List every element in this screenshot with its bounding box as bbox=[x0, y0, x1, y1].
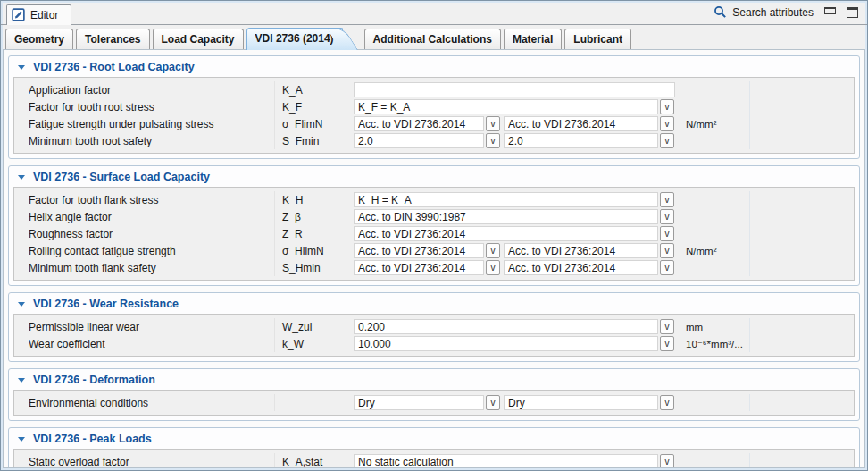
own-input-checkbox-button[interactable]: v bbox=[660, 243, 674, 258]
value-fields: vv bbox=[354, 243, 679, 258]
symbol-label: S_Hmin bbox=[275, 262, 354, 274]
value-input[interactable] bbox=[354, 454, 658, 468]
tab-geometry[interactable]: Geometry bbox=[5, 29, 73, 49]
attribute-row: Fatigue strength under pulsating stressσ… bbox=[14, 115, 854, 132]
tab-load-capacity[interactable]: Load Capacity bbox=[153, 29, 244, 49]
value-input[interactable] bbox=[504, 260, 658, 275]
section-title: VDI 2736 - Deformation bbox=[33, 374, 155, 386]
section-header[interactable]: VDI 2736 - Root Load Capacity bbox=[9, 56, 859, 77]
symbol-label: S_Fmin bbox=[275, 135, 354, 147]
value-input[interactable] bbox=[354, 243, 484, 258]
section-group: VDI 2736 - DeformationEnvironmental cond… bbox=[8, 368, 860, 421]
own-input-checkbox-button[interactable]: v bbox=[660, 133, 674, 148]
own-input-checkbox-button[interactable]: v bbox=[660, 192, 674, 207]
symbol-label: σ_FlimN bbox=[275, 118, 354, 130]
own-input-checkbox-button[interactable]: v bbox=[660, 454, 674, 468]
symbol-label: K_A bbox=[275, 84, 354, 97]
own-input-checkbox-button[interactable]: v bbox=[660, 319, 674, 334]
collapse-triangle-icon[interactable] bbox=[18, 378, 25, 383]
row-label: Helix angle factor bbox=[29, 208, 275, 225]
unit-label bbox=[679, 453, 750, 468]
row-label: Fatigue strength under pulsating stress bbox=[29, 115, 275, 132]
value-input[interactable] bbox=[354, 260, 484, 275]
section-body: Application factorK_AFactor for tooth ro… bbox=[13, 77, 855, 154]
titlebar-controls: Search attributes bbox=[714, 5, 858, 24]
own-input-checkbox-button[interactable]: v bbox=[486, 395, 500, 410]
own-input-checkbox-button[interactable]: v bbox=[486, 133, 500, 148]
row-label: Minimum tooth root safety bbox=[29, 132, 275, 149]
search-attributes-control[interactable]: Search attributes bbox=[714, 5, 814, 19]
unit-label bbox=[679, 208, 750, 225]
section-title: VDI 2736 - Peak Loads bbox=[33, 433, 152, 445]
value-input[interactable] bbox=[504, 243, 658, 258]
symbol-label: W_zul bbox=[275, 321, 354, 333]
value-fields: v bbox=[354, 192, 679, 207]
value-input[interactable] bbox=[354, 82, 675, 97]
section-body: Static overload factorK_A,statv bbox=[13, 449, 855, 468]
value-input[interactable] bbox=[354, 209, 658, 224]
collapse-triangle-icon[interactable] bbox=[18, 437, 25, 442]
row-label: Factor for tooth flank stress bbox=[29, 191, 275, 208]
value-fields bbox=[354, 82, 679, 97]
unit-label: N/mm² bbox=[679, 115, 750, 132]
tab-lubricant[interactable]: Lubricant bbox=[564, 29, 631, 49]
value-input[interactable] bbox=[354, 395, 484, 410]
value-input[interactable] bbox=[354, 116, 484, 131]
value-input[interactable] bbox=[504, 133, 658, 148]
own-input-checkbox-button[interactable]: v bbox=[660, 395, 674, 410]
float-panel-icon[interactable] bbox=[824, 7, 836, 14]
value-input[interactable] bbox=[354, 319, 658, 334]
value-fields: v bbox=[354, 226, 679, 241]
section-body: Permissible linear wearW_zulvmmWear coef… bbox=[13, 314, 855, 357]
editor-tab[interactable]: Editor bbox=[6, 4, 71, 25]
tab-vdi-2736-2014[interactable]: VDI 2736 (2014) bbox=[246, 28, 343, 50]
symbol-label: K_H bbox=[275, 194, 354, 206]
attribute-row: Factor for tooth root stressK_Fv bbox=[14, 98, 854, 115]
value-input[interactable] bbox=[504, 116, 658, 131]
unit-label bbox=[679, 81, 750, 98]
value-fields: v bbox=[354, 319, 679, 334]
section-group: VDI 2736 - Root Load CapacityApplication… bbox=[8, 55, 860, 159]
own-input-checkbox-button[interactable]: v bbox=[660, 116, 674, 131]
section-header[interactable]: VDI 2736 - Wear Resistance bbox=[9, 293, 859, 314]
section-group: VDI 2736 - Wear ResistancePermissible li… bbox=[8, 292, 860, 362]
own-input-checkbox-button[interactable]: v bbox=[660, 99, 674, 114]
section-header[interactable]: VDI 2736 - Deformation bbox=[9, 369, 859, 390]
collapse-triangle-icon[interactable] bbox=[18, 302, 25, 307]
tab-additional-calculations[interactable]: Additional Calculations bbox=[364, 29, 501, 49]
own-input-checkbox-button[interactable]: v bbox=[660, 260, 674, 275]
tab-material[interactable]: Material bbox=[504, 29, 562, 49]
row-label: Permissible linear wear bbox=[29, 318, 275, 335]
maximize-panel-icon[interactable] bbox=[847, 7, 858, 18]
own-input-checkbox-button[interactable]: v bbox=[660, 209, 674, 224]
own-input-checkbox-button[interactable]: v bbox=[486, 243, 500, 258]
section-header[interactable]: VDI 2736 - Surface Load Capacity bbox=[9, 166, 859, 187]
own-input-checkbox-button[interactable]: v bbox=[660, 336, 674, 351]
unit-label: mm bbox=[679, 318, 750, 335]
tab-strip: GeometryTolerancesLoad CapacityVDI 2736 … bbox=[1, 25, 867, 49]
value-input[interactable] bbox=[354, 192, 658, 207]
value-input[interactable] bbox=[354, 133, 484, 148]
row-label: Roughness factor bbox=[29, 225, 275, 242]
symbol-label: σ_HlimN bbox=[275, 245, 354, 257]
section-header[interactable]: VDI 2736 - Peak Loads bbox=[9, 428, 859, 449]
own-input-checkbox-button[interactable]: v bbox=[486, 260, 500, 275]
own-input-checkbox-button[interactable]: v bbox=[486, 116, 500, 131]
collapse-triangle-icon[interactable] bbox=[18, 65, 25, 70]
own-input-checkbox-button[interactable]: v bbox=[660, 226, 674, 241]
value-input[interactable] bbox=[354, 226, 658, 241]
sections-container: VDI 2736 - Root Load CapacityApplication… bbox=[8, 55, 860, 468]
section-group: VDI 2736 - Surface Load CapacityFactor f… bbox=[8, 165, 860, 286]
symbol-label: Z_R bbox=[275, 228, 354, 240]
content-panel: VDI 2736 - Root Load CapacityApplication… bbox=[3, 49, 865, 468]
collapse-triangle-icon[interactable] bbox=[18, 175, 25, 180]
value-input[interactable] bbox=[354, 336, 658, 351]
search-attributes-label: Search attributes bbox=[732, 6, 814, 19]
value-input[interactable] bbox=[354, 99, 658, 114]
value-fields: vv bbox=[354, 395, 679, 410]
tab-tolerances[interactable]: Tolerances bbox=[76, 29, 149, 49]
value-input[interactable] bbox=[504, 395, 658, 410]
section-body: Factor for tooth flank stressK_HvHelix a… bbox=[13, 187, 855, 281]
attribute-row: Wear coefficientk_Wv10⁻⁶*mm³/... bbox=[14, 335, 854, 352]
section-title: VDI 2736 - Surface Load Capacity bbox=[33, 171, 210, 183]
